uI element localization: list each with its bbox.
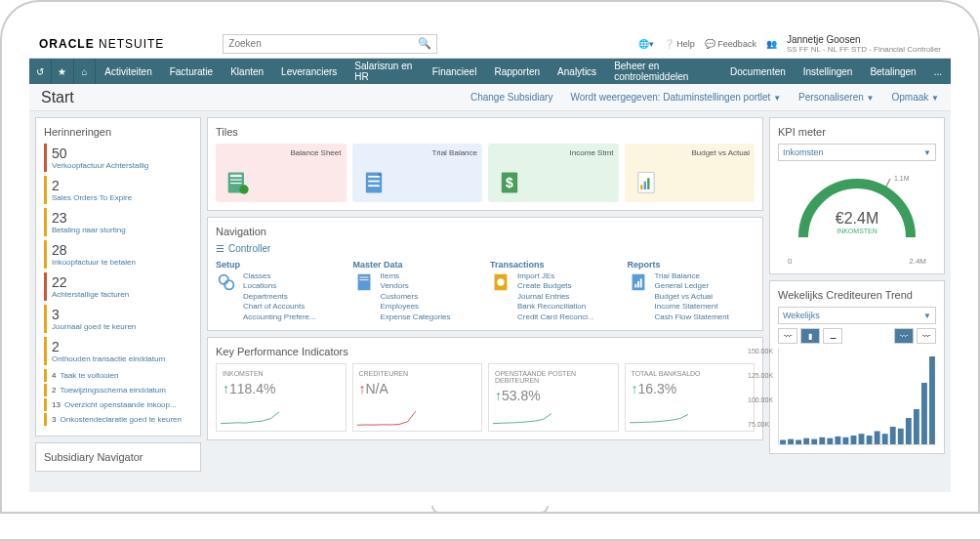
nav-link[interactable]: Bank Reconciliation (517, 302, 594, 312)
trend-bar-btn[interactable]: ▮ (800, 328, 820, 344)
nav-link[interactable]: Expense Categories (381, 312, 451, 322)
nav-col-icon (628, 271, 649, 293)
kpi-card[interactable]: CREDITEUREN↑N/A (352, 363, 483, 432)
nav-activiteiten[interactable]: Activiteiten (96, 59, 160, 84)
trend-area-btn[interactable]: 〰 (778, 328, 797, 344)
feedback-icon[interactable]: 💬 Feedback (705, 39, 756, 49)
home-icon[interactable]: ⌂ (74, 59, 97, 84)
svg-rect-12 (640, 185, 642, 189)
nav-analytics[interactable]: Analytics (549, 59, 605, 84)
nav-link[interactable]: Chart of Accounts (243, 302, 316, 312)
nav-more[interactable]: ... (925, 59, 951, 84)
trend-opt1-btn[interactable]: 〰 (894, 328, 914, 344)
kpi-card[interactable]: TOTAAL BANKSALDO↑16.3% (625, 363, 755, 432)
svg-rect-42 (898, 429, 904, 444)
sparkline (493, 409, 551, 427)
nav-link[interactable]: Trial Balance (655, 271, 729, 281)
nav-betalingen[interactable]: Betalingen (861, 59, 924, 84)
gauge-max: 2.4M (909, 257, 926, 266)
reminder-item-small[interactable]: 3Onkostendeclaratie goed te keuren (44, 413, 192, 426)
kpi-meter-title: KPI meter (778, 126, 936, 138)
star-icon[interactable]: ★ (52, 59, 74, 84)
tile-trial-balance[interactable]: Trial Balance (352, 144, 483, 202)
nav-link[interactable]: General Ledger (655, 281, 729, 291)
trend-title: Wekelijks Crediteuren Trend (778, 289, 936, 301)
nav-link[interactable]: Accounting Prefere... (243, 312, 316, 322)
nav-financieel[interactable]: Financieel (424, 59, 486, 84)
svg-line-26 (886, 179, 890, 187)
trend-opt2-btn[interactable]: 〰 (917, 328, 936, 344)
tile-balance-sheet[interactable]: Balance Sheet (216, 144, 347, 202)
subsidiary-navigator-portlet: Subsidiary Navigator (35, 442, 201, 472)
nav-link[interactable]: Vendors (381, 281, 451, 291)
reminder-item[interactable]: 50Verkoopfactuur Achterstallig (44, 144, 192, 172)
kpi-card[interactable]: OPENSTAANDE POSTEN DEBITEUREN↑53.8% (488, 363, 619, 432)
nav-link[interactable]: Income Statement (655, 302, 729, 312)
nav-link[interactable]: Customers (381, 292, 451, 302)
nav-salaris[interactable]: Salarisrun en HR (346, 59, 423, 84)
sparkline (221, 409, 279, 427)
link-change-subsidiary[interactable]: Change Subsidiary (470, 92, 553, 103)
nav-link[interactable]: Classes (243, 271, 316, 281)
nav-link[interactable]: Credit Card Reconci... (517, 312, 594, 322)
tiles-title: Tiles (216, 126, 755, 138)
reminder-item[interactable]: 23Betaling naar storting (44, 208, 192, 236)
globe-icon[interactable]: 🌐▾ (638, 39, 654, 49)
nav-klanten[interactable]: Klanten (222, 59, 272, 84)
search-input[interactable]: 🔍 (223, 34, 437, 54)
svg-rect-33 (827, 438, 833, 444)
reminder-item-small[interactable]: 4Taak te voltooien (44, 369, 192, 382)
user-menu[interactable]: Jannetje Goosen SS FF NL - NL FF STD - F… (787, 34, 941, 54)
svg-rect-6 (368, 176, 380, 178)
nav-link[interactable]: Journal Entries (517, 292, 594, 302)
gauge-marker-label: 1.1M (894, 175, 910, 182)
nav-link[interactable]: Departments (243, 292, 316, 302)
help-icon[interactable]: ❔ Help (664, 39, 695, 49)
nav-breadcrumb[interactable]: ☰ Controller (216, 243, 755, 254)
nav-leveranciers[interactable]: Leveranciers (272, 59, 346, 84)
reminder-item[interactable]: 22Achterstallige facturen (44, 272, 192, 301)
tile-icon (360, 169, 388, 196)
search-field[interactable] (228, 38, 404, 49)
svg-rect-32 (819, 437, 825, 444)
nav-documenten[interactable]: Documenten (721, 59, 795, 84)
history-icon[interactable]: ↺ (29, 59, 52, 84)
nav-link[interactable]: Budget vs Actual (655, 292, 729, 302)
link-layout[interactable]: Opmaak ▼ (892, 92, 940, 103)
nav-link[interactable]: Employees (381, 302, 451, 312)
nav-col-setup: SetupClassesLocationsDepartmentsChart of… (216, 260, 344, 322)
svg-rect-17 (357, 274, 370, 291)
reminder-item-small[interactable]: 13Overzicht openstaande inkoop... (44, 398, 192, 411)
search-icon[interactable]: 🔍 (418, 37, 431, 50)
reminder-item-small[interactable]: 2Toewijzingsschema einddatum (44, 384, 192, 396)
tiles-portlet: Tiles Balance SheetTrial BalanceIncome S… (207, 117, 763, 211)
svg-rect-35 (842, 437, 848, 444)
tile-income-stmt[interactable]: Income Stmt$ (488, 144, 619, 202)
link-date-settings[interactable]: Wordt weergegeven: Datuminstellingen por… (570, 92, 781, 103)
link-personalize[interactable]: Personaliseren ▼ (798, 92, 874, 103)
tile-budget-vs-actual[interactable]: Budget vs Actual (625, 144, 755, 202)
kpi-meter-dropdown[interactable]: Inkomsten▼ (778, 144, 936, 161)
nav-link[interactable]: Create Budgets (517, 281, 594, 291)
svg-rect-8 (368, 185, 380, 187)
kpi-card[interactable]: INKOMSTEN↑118.4% (216, 363, 347, 432)
nav-beheer[interactable]: Beheer en controlemiddelen (605, 59, 721, 84)
kpi-title: Key Performance Indicators (216, 346, 755, 357)
reminder-item[interactable]: 28Inkoopfactuur te betalen (44, 240, 192, 269)
nav-facturatie[interactable]: Facturatie (161, 59, 222, 84)
nav-link[interactable]: Items (381, 271, 451, 281)
reminders-portlet: Herinneringen 50Verkoopfactuur Achtersta… (35, 117, 201, 437)
svg-rect-28 (788, 439, 794, 444)
reminders-title: Herinneringen (44, 126, 192, 138)
reminder-item[interactable]: 3Journaal goed te keuren (44, 305, 192, 333)
nav-link[interactable]: Locations (243, 281, 316, 291)
nav-rapporten[interactable]: Rapporten (485, 59, 549, 84)
nav-link[interactable]: Import JEs (517, 271, 594, 281)
trend-dropdown[interactable]: Wekelijks▼ (778, 307, 936, 324)
nav-col-master-data: Master DataItemsVendorsCustomersEmployee… (353, 260, 481, 322)
nav-instellingen[interactable]: Instellingen (795, 59, 862, 84)
nav-link[interactable]: Cash Flow Statement (655, 312, 729, 322)
reminder-item[interactable]: 2Onthouden transactie einddatum (44, 337, 192, 365)
trend-line-btn[interactable]: ⚊ (823, 328, 842, 344)
reminder-item[interactable]: 2Sales Orders To Expire (44, 176, 192, 204)
